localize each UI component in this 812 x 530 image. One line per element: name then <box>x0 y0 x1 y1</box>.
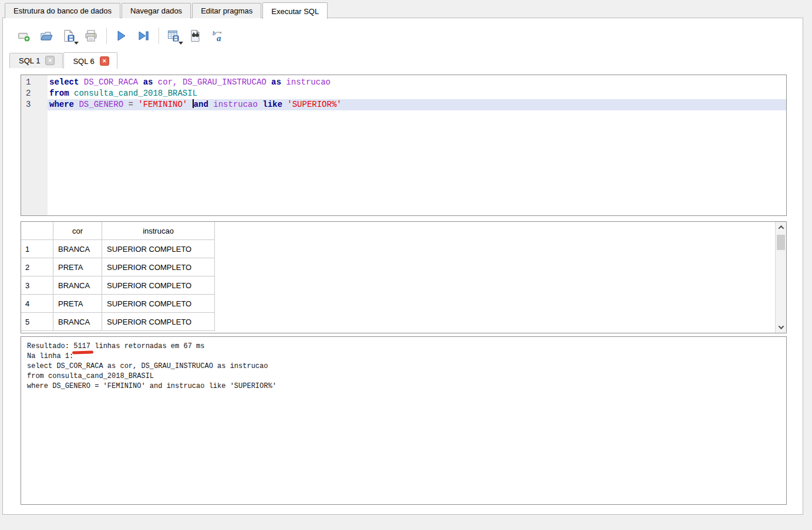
row-number-cell[interactable]: 5 <box>21 313 53 331</box>
cell-cor[interactable]: BRANCA <box>53 276 102 295</box>
save-results-dropdown-arrow[interactable] <box>178 42 183 45</box>
tab-label: Editar pragmas <box>201 6 252 15</box>
new-sql-tab-button[interactable] <box>15 26 33 45</box>
find-button[interactable] <box>186 26 205 45</box>
sql-editor-lines: 1select DS_COR_RACA as cor, DS_GRAU_INST… <box>21 77 786 110</box>
chevron-up-icon <box>778 225 784 231</box>
svg-text:b: b <box>213 29 216 36</box>
chevron-down-icon <box>778 323 784 329</box>
scroll-down-button[interactable] <box>776 322 786 332</box>
code-line: where DS_GENERO = 'FEMININO' and instruc… <box>48 99 786 110</box>
cell-instrucao[interactable]: SUPERIOR COMPLETO <box>102 258 215 276</box>
new-sql-tab-icon <box>17 29 31 43</box>
sql-editor[interactable]: 1select DS_COR_RACA as cor, DS_GRAU_INST… <box>21 75 787 216</box>
tab-editar-pragmas[interactable]: Editar pragmas <box>192 3 261 18</box>
sql-tab-label: SQL 1 <box>19 56 40 65</box>
row-number-cell[interactable]: 4 <box>21 295 53 313</box>
output-line: Resultado: 5117 linhas retornadas em 67 … <box>27 342 780 352</box>
editor-line: 3where DS_GENERO = 'FEMININO' and instru… <box>21 99 786 110</box>
sql-tab-6[interactable]: SQL 6 ✕ <box>63 52 117 69</box>
tab-label: Navegar dados <box>130 6 182 15</box>
close-tab-icon[interactable]: ✕ <box>45 56 55 65</box>
editor-line: 1select DS_COR_RACA as cor, DS_GRAU_INST… <box>21 77 786 88</box>
row-number-cell[interactable]: 1 <box>21 240 53 258</box>
row-count-annotation: 5117 <box>73 342 90 350</box>
cell-instrucao[interactable]: SUPERIOR COMPLETO <box>102 240 215 258</box>
tab-estrutura[interactable]: Estrutura do banco de dados <box>5 3 120 18</box>
tab-label: Estrutura do banco de dados <box>14 6 112 15</box>
row-number-header[interactable] <box>21 222 53 240</box>
sql-tab-1[interactable]: SQL 1 ✕ <box>9 53 63 68</box>
line-number: 2 <box>21 88 48 99</box>
scrollbar-thumb[interactable] <box>777 235 785 250</box>
save-results-icon <box>166 29 180 43</box>
cell-cor[interactable]: PRETA <box>53 258 102 276</box>
executar-sql-pane: ba SQL 1 ✕ SQL 6 ✕ 1select DS_COR_RACA a… <box>2 18 803 515</box>
output-line: Na linha 1: <box>27 352 780 362</box>
table-row[interactable]: 1BRANCASUPERIOR COMPLETO <box>21 240 215 258</box>
scroll-up-button[interactable] <box>776 222 786 232</box>
tab-label: Executar SQL <box>271 7 319 16</box>
line-number: 1 <box>21 77 48 88</box>
line-number: 3 <box>21 99 48 110</box>
execute-current-line-icon <box>136 29 150 43</box>
results-table: cor instrucao 1BRANCASUPERIOR COMPLETO2P… <box>21 222 215 331</box>
open-sql-file-button[interactable] <box>37 26 56 45</box>
save-results-button[interactable] <box>164 26 183 45</box>
main-tab-bar: Estrutura do banco de dados Navegar dado… <box>5 2 329 18</box>
column-header-instrucao[interactable]: instrucao <box>102 222 215 240</box>
row-number-cell[interactable]: 2 <box>21 258 53 276</box>
cell-instrucao[interactable]: SUPERIOR COMPLETO <box>102 276 215 295</box>
column-header-cor[interactable]: cor <box>53 222 102 240</box>
toolbar-separator <box>159 28 159 44</box>
tab-navegar-dados[interactable]: Navegar dados <box>122 3 191 18</box>
close-tab-icon[interactable]: ✕ <box>100 56 109 66</box>
cell-instrucao[interactable]: SUPERIOR COMPLETO <box>102 313 215 331</box>
table-row[interactable]: 4PRETASUPERIOR COMPLETO <box>21 295 215 313</box>
toolbar-separator <box>106 28 107 44</box>
row-number-cell[interactable]: 3 <box>21 276 53 295</box>
open-sql-file-icon <box>39 29 53 43</box>
save-sql-file-button[interactable] <box>59 26 78 45</box>
save-sql-file-icon <box>62 29 76 43</box>
sql-doc-tab-bar: SQL 1 ✕ SQL 6 ✕ <box>9 52 118 68</box>
code-line: select DS_COR_RACA as cor, DS_GRAU_INSTR… <box>48 77 786 88</box>
print-button[interactable] <box>82 26 100 45</box>
sql-toolbar: ba <box>15 25 231 46</box>
execution-output-log[interactable]: Resultado: 5117 linhas retornadas em 67 … <box>21 336 787 505</box>
tab-executar-sql[interactable]: Executar SQL <box>262 2 328 19</box>
cell-cor[interactable]: BRANCA <box>53 240 102 258</box>
code-line: from consulta_cand_2018_BRASIL <box>48 88 786 99</box>
results-rows: 1BRANCASUPERIOR COMPLETO2PRETASUPERIOR C… <box>21 240 215 331</box>
results-grid: cor instrucao 1BRANCASUPERIOR COMPLETO2P… <box>21 221 787 333</box>
print-icon <box>84 29 98 43</box>
table-row[interactable]: 5BRANCASUPERIOR COMPLETO <box>21 313 215 331</box>
execute-all-button[interactable] <box>112 26 130 45</box>
table-row[interactable]: 3BRANCASUPERIOR COMPLETO <box>21 276 215 295</box>
output-line: where DS_GENERO = 'FEMININO' and instruc… <box>27 382 780 391</box>
format-sql-button[interactable]: ba <box>208 26 227 45</box>
results-header-row: cor instrucao <box>21 222 215 240</box>
output-line: from consulta_cand_2018_BRASIL <box>27 372 780 382</box>
cell-cor[interactable]: BRANCA <box>53 313 102 331</box>
cell-instrucao[interactable]: SUPERIOR COMPLETO <box>102 295 215 313</box>
execute-current-line-button[interactable] <box>134 26 153 45</box>
execute-all-icon <box>114 29 128 43</box>
save-sql-dropdown-arrow[interactable] <box>74 42 79 45</box>
find-icon <box>188 29 203 43</box>
svg-text:a: a <box>217 33 221 43</box>
output-line: select DS_COR_RACA as cor, DS_GRAU_INSTR… <box>27 362 780 372</box>
results-vertical-scrollbar[interactable] <box>775 222 786 333</box>
table-row[interactable]: 2PRETASUPERIOR COMPLETO <box>21 258 215 276</box>
editor-line: 2from consulta_cand_2018_BRASIL <box>21 88 786 99</box>
sql-tab-label: SQL 6 <box>73 57 94 66</box>
format-sql-icon: ba <box>211 29 225 43</box>
cell-cor[interactable]: PRETA <box>53 295 102 313</box>
